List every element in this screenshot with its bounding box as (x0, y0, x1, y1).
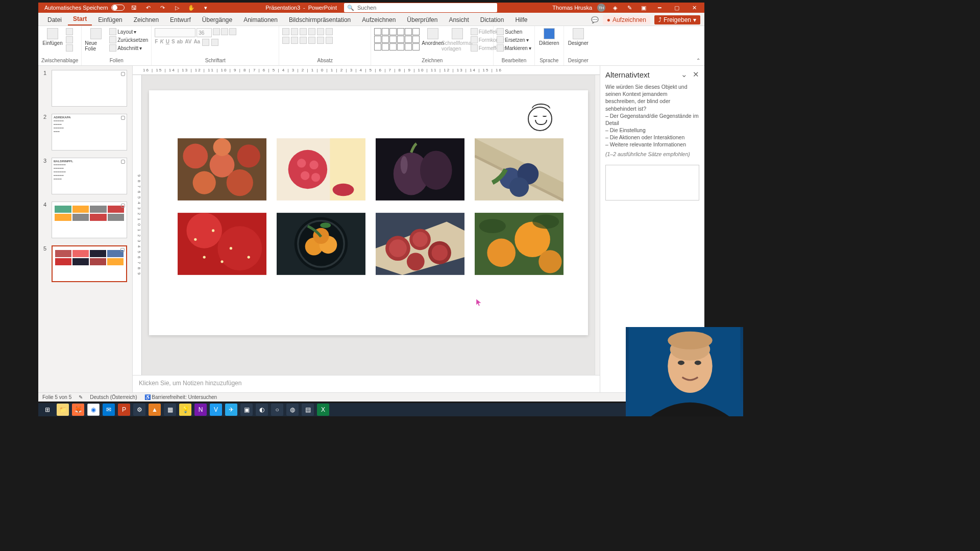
align-justify-icon[interactable] (308, 37, 315, 44)
line-spacing-icon[interactable] (317, 28, 324, 35)
strike-icon[interactable]: S (172, 39, 175, 46)
smiley-shape[interactable] (528, 107, 552, 131)
indent-inc-icon[interactable] (308, 28, 315, 35)
quickstyles-button[interactable]: Schnellformat vorlagen (446, 28, 469, 52)
share-button[interactable]: ⤴ Freigeben ▾ (654, 15, 700, 24)
search-box[interactable]: 🔍 Suchen (344, 3, 497, 12)
thumbnail-5[interactable]: 5 (43, 245, 127, 282)
tab-uebergaenge[interactable]: Übergänge (197, 14, 237, 26)
taskbar-telegram-icon[interactable]: ✈ (225, 404, 237, 416)
taskbar-app-icon[interactable]: ◐ (256, 404, 268, 416)
layout-button[interactable]: Layout ▾ (109, 28, 148, 35)
tab-dictation[interactable]: Dictation (475, 14, 509, 26)
touch-icon[interactable]: ✋ (187, 3, 196, 12)
bold-icon[interactable]: F (155, 39, 158, 46)
diamond-icon[interactable]: ◈ (610, 3, 620, 12)
font-size-input[interactable]: 36 (197, 28, 212, 37)
taskbar-app-icon[interactable]: 💡 (179, 404, 191, 416)
thumbnail-1[interactable]: 1 (43, 70, 127, 107)
image-oranges-tree[interactable] (475, 212, 564, 276)
pen-icon[interactable]: ✎ (625, 3, 634, 12)
vertical-ruler[interactable]: 9 8 7 6 5 4 3 2 1 0 1 2 3 4 5 6 7 8 9 (133, 75, 142, 375)
tab-hilfe[interactable]: Hilfe (510, 14, 532, 26)
spacing-icon[interactable]: AV (185, 39, 191, 46)
dictate-button[interactable]: Diktieren (538, 28, 560, 46)
tab-entwurf[interactable]: Entwurf (165, 14, 196, 26)
slide-thumbnail-pane[interactable]: 1 2 ADREKAPA━━━━━━━━━━━━━━━━━ 3 BALDRINP… (38, 66, 133, 392)
maximize-icon[interactable]: ▢ (671, 3, 683, 13)
accessibility-status[interactable]: ♿ Barrierefreiheit: Untersuchen (144, 394, 217, 400)
close-pane-icon[interactable]: ✕ (693, 70, 699, 79)
thumbnail-2[interactable]: 2 ADREKAPA━━━━━━━━━━━━━━━━━ (43, 114, 127, 151)
indent-dec-icon[interactable] (300, 28, 307, 35)
spellcheck-icon[interactable]: ✎ (79, 394, 83, 400)
find-button[interactable]: Suchen (497, 28, 531, 35)
align-right-icon[interactable] (300, 37, 307, 44)
image-figs[interactable] (376, 137, 464, 202)
minimize-icon[interactable]: ━ (653, 3, 666, 13)
image-blueberries[interactable] (475, 137, 564, 202)
taskbar-firefox-icon[interactable]: 🦊 (72, 404, 84, 416)
copy-icon[interactable] (66, 36, 73, 43)
image-strawberry[interactable] (178, 212, 266, 276)
new-slide-button[interactable]: Neue Folie (85, 28, 107, 52)
chevron-down-icon[interactable]: ⌄ (681, 70, 688, 79)
undo-icon[interactable]: ↶ (144, 3, 153, 12)
replace-button[interactable]: Ersetzen ▾ (497, 36, 531, 43)
redo-icon[interactable]: ↷ (158, 3, 167, 12)
slideshow-icon[interactable]: ▷ (173, 3, 182, 12)
columns-icon[interactable] (317, 37, 324, 44)
smartart-icon[interactable] (326, 37, 333, 44)
slide[interactable] (149, 90, 588, 335)
highlight-icon[interactable] (202, 39, 209, 46)
shapes-gallery[interactable] (374, 28, 420, 51)
comments-icon[interactable]: 💬 (591, 16, 599, 23)
taskbar-outlook-icon[interactable]: ✉ (103, 404, 115, 416)
align-center-icon[interactable] (291, 37, 298, 44)
tab-zeichnen[interactable]: Zeichnen (129, 14, 164, 26)
thumbnail-3[interactable]: 3 BALDRINPFL━━━━━━━━━━━━━━━━━━━━━━━━━━ (43, 158, 127, 194)
tab-bildschirm[interactable]: Bildschirmpräsentation (284, 14, 356, 26)
shadow-icon[interactable]: ab (177, 39, 183, 46)
bullets-icon[interactable] (282, 28, 289, 35)
format-painter-icon[interactable] (66, 44, 73, 52)
taskbar-vlc-icon[interactable]: ▲ (149, 404, 161, 416)
taskbar-powerpoint-icon[interactable]: P (118, 404, 130, 416)
align-left-icon[interactable] (282, 37, 289, 44)
taskbar-onenote-icon[interactable]: N (194, 404, 207, 416)
image-raspberry[interactable] (277, 137, 365, 202)
tab-animationen[interactable]: Animationen (238, 14, 283, 26)
close-icon[interactable]: ✕ (688, 3, 700, 13)
image-apples[interactable] (178, 137, 266, 202)
taskbar-explorer-icon[interactable]: 📁 (57, 404, 69, 416)
taskbar-app-icon[interactable]: ◍ (286, 404, 299, 416)
section-button[interactable]: Abschnitt ▾ (109, 44, 148, 52)
tab-einfuegen[interactable]: Einfügen (93, 14, 127, 26)
tab-ueberpruefen[interactable]: Überprüfen (402, 14, 443, 26)
arrange-button[interactable]: Anordnen (422, 28, 444, 46)
qat-more-icon[interactable]: ▾ (201, 3, 210, 12)
font-family-input[interactable] (155, 28, 195, 37)
reset-button[interactable]: Zurücksetzen (109, 36, 148, 43)
tab-start[interactable]: Start (68, 13, 92, 26)
cut-icon[interactable] (66, 28, 73, 35)
start-button[interactable]: ⊞ (41, 404, 54, 416)
notes-pane[interactable]: Klicken Sie, um Notizen hinzuzufügen (133, 375, 600, 392)
horizontal-ruler[interactable]: 16 | 15 | 14 | 13 | 12 | 11 | 10 | 9 | 8… (133, 66, 600, 75)
vertical-scrollbar[interactable] (595, 75, 600, 375)
taskbar-app-icon[interactable]: ⚙ (133, 404, 145, 416)
taskbar-vscode-icon[interactable]: V (210, 404, 222, 416)
paste-button[interactable]: Einfügen (41, 28, 64, 46)
alt-text-input[interactable] (605, 165, 699, 201)
underline-icon[interactable]: U (166, 39, 169, 46)
language-status[interactable]: Deutsch (Österreich) (90, 394, 137, 400)
shrink-font-icon[interactable] (221, 28, 228, 35)
designer-button[interactable]: Designer (567, 28, 590, 46)
tab-ansicht[interactable]: Ansicht (444, 14, 474, 26)
slide-canvas-area[interactable] (142, 75, 595, 375)
italic-icon[interactable]: K (160, 39, 163, 46)
numbering-icon[interactable] (291, 28, 298, 35)
record-button[interactable]: ● Aufzeichnen (603, 15, 650, 24)
thumbnail-4[interactable]: 4 (43, 202, 127, 238)
taskbar-app-icon[interactable]: ○ (271, 404, 283, 416)
